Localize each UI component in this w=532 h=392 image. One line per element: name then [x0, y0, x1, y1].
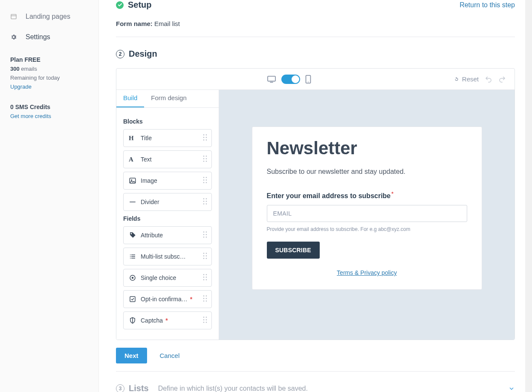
next-button[interactable]: Next: [116, 348, 147, 363]
svg-point-11: [206, 139, 207, 141]
form-name-label: Form name:: [116, 20, 153, 27]
desktop-icon[interactable]: [267, 75, 276, 83]
svg-point-22: [203, 179, 205, 181]
form-subtext: Subscribe to our newsletter and stay upd…: [267, 168, 467, 176]
drag-handle-icon[interactable]: [203, 156, 207, 164]
field-label: Attribute: [141, 232, 163, 239]
step-design-header: 2 Design: [116, 49, 515, 59]
svg-point-55: [206, 295, 207, 297]
svg-point-40: [206, 253, 207, 254]
window-icon: [10, 13, 17, 20]
block-divider[interactable]: Divider: [123, 193, 212, 211]
svg-point-46: [132, 277, 134, 279]
field-multi-list[interactable]: Multi-list subsc…: [123, 248, 212, 265]
block-label: Title: [141, 135, 152, 141]
svg-point-13: [206, 156, 207, 157]
form-heading: Newsletter: [267, 138, 467, 159]
svg-point-5: [308, 81, 309, 82]
svg-point-31: [203, 203, 205, 205]
drag-handle-icon[interactable]: [203, 274, 207, 282]
step-setup-header: Setup Return to this step: [116, 0, 515, 10]
block-label: Text: [141, 156, 152, 163]
svg-rect-53: [130, 297, 135, 302]
drag-handle-icon[interactable]: [203, 253, 207, 261]
svg-point-57: [206, 298, 207, 299]
tab-form-design[interactable]: Form design: [144, 90, 193, 107]
gear-icon: [10, 34, 17, 40]
reset-button[interactable]: Reset: [454, 75, 479, 83]
svg-point-19: [131, 179, 132, 181]
redo-icon[interactable]: [498, 75, 506, 83]
scrollbar-track[interactable]: [525, 0, 532, 392]
field-captcha[interactable]: Captcha *: [123, 311, 212, 329]
svg-point-15: [206, 158, 207, 159]
svg-point-50: [206, 277, 207, 278]
upgrade-link[interactable]: Upgrade: [10, 84, 88, 90]
field-attribute[interactable]: Attribute: [123, 226, 212, 244]
svg-point-8: [203, 137, 205, 138]
svg-point-36: [206, 234, 207, 235]
email-field-label: Enter your email address to subscribe*: [267, 191, 467, 200]
step-lists-row[interactable]: 3 Lists Define in which list(s) your con…: [116, 371, 515, 392]
field-opt-in[interactable]: Opt-in confirma… *: [123, 290, 212, 308]
cancel-button[interactable]: Cancel: [160, 352, 180, 359]
required-star: *: [190, 296, 192, 303]
step-number-badge: 3: [116, 384, 124, 392]
sms-more-link[interactable]: Get more credits: [10, 113, 88, 119]
font-icon: A: [129, 156, 136, 163]
return-step-link[interactable]: Return to this step: [460, 1, 515, 9]
plan-remaining: Remaining for today: [10, 75, 88, 81]
svg-point-56: [203, 298, 205, 299]
svg-point-62: [206, 317, 207, 318]
svg-point-9: [206, 137, 207, 138]
svg-point-6: [203, 134, 205, 135]
svg-point-12: [203, 156, 205, 157]
svg-point-51: [203, 279, 205, 280]
svg-rect-0: [11, 14, 16, 19]
block-image[interactable]: Image: [123, 172, 212, 190]
mobile-icon[interactable]: [305, 75, 311, 84]
checkbox-icon: [129, 295, 136, 303]
drag-handle-icon[interactable]: [203, 177, 207, 185]
heading-icon: H: [129, 134, 136, 142]
svg-point-58: [203, 300, 205, 302]
svg-point-38: [206, 236, 207, 238]
footer-actions: Next Cancel: [116, 348, 515, 363]
svg-point-39: [203, 253, 205, 254]
svg-point-28: [206, 198, 207, 199]
drag-handle-icon[interactable]: [203, 295, 207, 303]
drag-handle-icon[interactable]: [203, 231, 207, 239]
block-title[interactable]: H Title: [123, 129, 212, 147]
svg-point-27: [203, 198, 205, 199]
undo-icon[interactable]: [485, 75, 492, 83]
drag-handle-icon[interactable]: [203, 317, 207, 325]
block-text[interactable]: A Text: [123, 150, 212, 168]
svg-point-65: [203, 322, 205, 323]
device-toggle[interactable]: [281, 75, 300, 84]
tab-build[interactable]: Build: [116, 90, 144, 107]
svg-point-52: [206, 279, 207, 280]
chevron-down-icon: [508, 385, 515, 392]
terms-link[interactable]: Terms & Privacy policy: [337, 269, 397, 276]
sidebar-item-settings[interactable]: Settings: [10, 29, 88, 49]
svg-point-16: [203, 161, 205, 162]
fields-heading: Fields: [123, 215, 212, 222]
svg-point-59: [206, 300, 207, 302]
sidebar-item-landing-pages[interactable]: Landing pages: [10, 9, 88, 29]
subscribe-button[interactable]: SUBSCRIBE: [267, 242, 320, 259]
divider-icon: [129, 198, 136, 206]
svg-point-66: [206, 322, 207, 323]
designer-toolbar: Reset: [116, 69, 515, 90]
email-input[interactable]: [267, 205, 467, 222]
field-single-choice[interactable]: Single choice: [123, 269, 212, 287]
drag-handle-icon[interactable]: [203, 134, 207, 142]
list-icon: [129, 253, 136, 260]
drag-handle-icon[interactable]: [203, 198, 207, 206]
svg-point-10: [203, 139, 205, 141]
svg-point-61: [203, 317, 205, 318]
svg-point-21: [206, 177, 207, 178]
tag-icon: [129, 231, 136, 239]
step-lists-desc: Define in which list(s) your contacts wi…: [158, 385, 308, 392]
svg-point-7: [206, 134, 207, 135]
step-number-badge: 2: [116, 50, 124, 58]
